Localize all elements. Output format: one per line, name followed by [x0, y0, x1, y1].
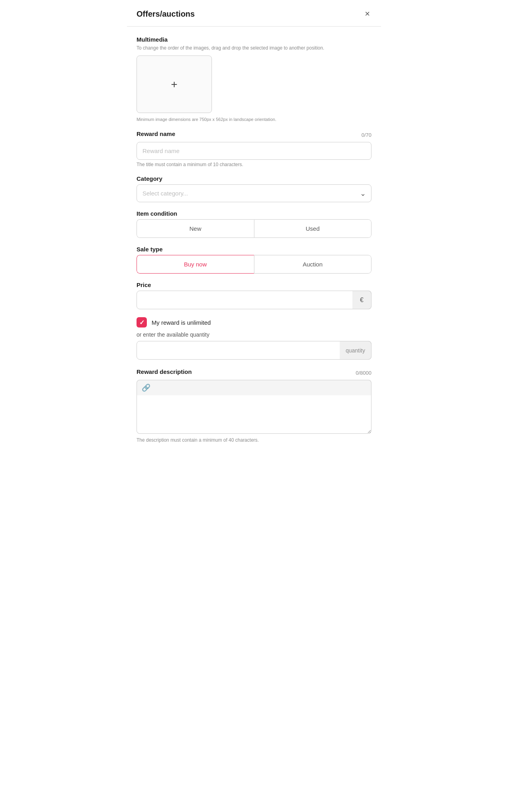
reward-unlimited-checkbox[interactable]: ✓	[137, 317, 147, 327]
reward-description-section: Reward description 0/8000 🔗 The descript…	[137, 368, 371, 443]
image-upload-area[interactable]: +	[137, 56, 212, 113]
sale-type-buy-now-button[interactable]: Buy now	[137, 255, 254, 274]
item-condition-toggle-group: New Used	[137, 219, 371, 238]
reward-unlimited-label: My reward is unlimited	[152, 319, 211, 326]
price-input[interactable]	[137, 291, 371, 309]
quantity-or-label: or enter the available quantity	[137, 331, 371, 338]
item-condition-label: Item condition	[137, 210, 371, 217]
condition-new-button[interactable]: New	[137, 219, 254, 238]
modal-body: Multimedia To change the order of the im…	[127, 27, 381, 456]
description-toolbar: 🔗	[137, 380, 371, 395]
multimedia-section: Multimedia To change the order of the im…	[137, 36, 371, 122]
reward-name-hint: The title must contain a minimum of 10 c…	[137, 162, 371, 167]
reward-name-label: Reward name	[137, 130, 175, 137]
reward-name-header: Reward name 0/70	[137, 130, 371, 140]
sale-type-label: Sale type	[137, 246, 371, 253]
quantity-input-wrapper: quantity	[137, 341, 371, 360]
condition-used-button[interactable]: Used	[254, 219, 372, 238]
reward-description-label: Reward description	[137, 368, 192, 375]
quantity-suffix: quantity	[340, 341, 371, 360]
sale-type-toggle-group: Buy now Auction	[137, 255, 371, 274]
category-select[interactable]: Select category...	[137, 184, 371, 202]
category-label: Category	[137, 175, 371, 182]
multimedia-label: Multimedia	[137, 36, 371, 43]
image-hint: Minimum image dimensions are 750px x 562…	[137, 117, 371, 122]
reward-unlimited-row: ✓ My reward is unlimited	[137, 317, 371, 327]
quantity-input[interactable]	[137, 341, 371, 360]
sale-type-section: Sale type Buy now Auction	[137, 246, 371, 274]
check-icon: ✓	[139, 319, 144, 326]
reward-name-input[interactable]	[137, 142, 371, 160]
reward-name-section: Reward name 0/70 The title must contain …	[137, 130, 371, 167]
price-section: Price €	[137, 282, 371, 309]
modal-container: Offers/auctions × Multimedia To change t…	[127, 0, 381, 456]
reward-description-header: Reward description 0/8000	[137, 368, 371, 377]
currency-symbol: €	[352, 291, 371, 309]
reward-name-count: 0/70	[362, 132, 371, 138]
link-icon[interactable]: 🔗	[142, 383, 150, 392]
multimedia-sublabel: To change the order of the images, drag …	[137, 45, 371, 51]
price-label: Price	[137, 282, 371, 288]
sale-type-auction-button[interactable]: Auction	[254, 255, 372, 274]
category-select-wrapper: Select category... ⌄	[137, 184, 371, 202]
modal-title: Offers/auctions	[137, 10, 195, 19]
quantity-section: or enter the available quantity quantity	[137, 331, 371, 360]
item-condition-section: Item condition New Used	[137, 210, 371, 238]
category-section: Category Select category... ⌄	[137, 175, 371, 202]
reward-description-hint: The description must contain a minimum o…	[137, 437, 371, 443]
close-button[interactable]: ×	[363, 8, 371, 20]
reward-description-textarea[interactable]	[137, 395, 371, 434]
reward-description-count: 0/8000	[356, 370, 371, 376]
modal-header: Offers/auctions ×	[127, 0, 381, 27]
price-input-wrapper: €	[137, 291, 371, 309]
image-upload-plus-icon: +	[171, 78, 177, 91]
